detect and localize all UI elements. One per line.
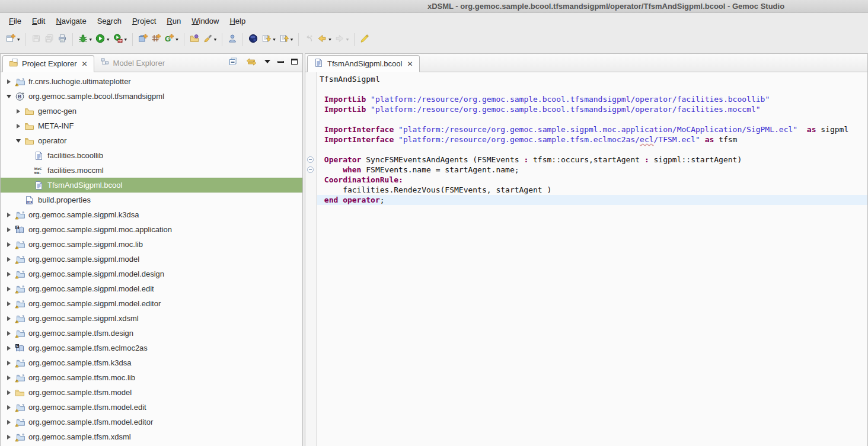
minimize-icon[interactable] (277, 61, 284, 63)
collapse-arrow-icon[interactable] (14, 139, 23, 143)
toolbar-import-outline-button[interactable]: ▾ (260, 32, 277, 47)
menu-navigate[interactable]: Navigate (50, 15, 91, 27)
expand-arrow-icon[interactable] (14, 124, 23, 129)
menu-search[interactable]: Search (92, 15, 127, 27)
tree-item-org-gemoc-sample-tfsm-xdsml[interactable]: org.gemoc.sample.tfsm.xdsml (1, 429, 302, 444)
menu-project[interactable]: Project (127, 15, 161, 27)
expand-arrow-icon[interactable] (4, 346, 14, 351)
code-line-13[interactable]: end operator; (305, 195, 867, 205)
toolbar-print-button[interactable] (56, 32, 69, 47)
toolbar-web-browser-button[interactable] (247, 32, 260, 47)
code-line-10[interactable]: when FSMEvents.name = startAgent.name; (305, 165, 867, 175)
tree-item-org-gemoc-sample-tfsm-moc-lib[interactable]: org.gemoc.sample.tfsm.moc.lib (1, 370, 302, 385)
tree-item-org-gemoc-sample-sigpml-moc-lib[interactable]: org.gemoc.sample.sigpml.moc.lib (1, 237, 302, 252)
tree-item-org-gemoc-sample-sigpml-model[interactable]: org.gemoc.sample.sigpml.model (1, 252, 302, 267)
tree-item-org-gemoc-sample-bcool-tfsmandsigpml[interactable]: Borg.gemoc.sample.bcool.tfsmandsigpml (1, 89, 302, 104)
code-line-8[interactable] (305, 145, 867, 155)
toolbar-new-gemoc-button[interactable]: G▾ (162, 32, 180, 47)
toolbar-coverage-button[interactable]: ▾ (111, 32, 129, 47)
code-line-3[interactable]: ImportLib "platform:/resource/org.gemoc.… (305, 94, 867, 104)
tree-item-org-gemoc-sample-tfsm-k3dsa[interactable]: org.gemoc.sample.tfsm.k3dsa (1, 355, 302, 370)
tree-item-tfsmandsigpml-bcool[interactable]: TfsmAndSigpml.bcool (1, 178, 302, 192)
code-line-12[interactable]: facilities.RendezVous(FSMEvents, startAg… (305, 185, 867, 195)
menu-window[interactable]: Window (186, 15, 224, 27)
tree-item-org-gemoc-sample-sigpml-xdsml[interactable]: org.gemoc.sample.sigpml.xdsml (1, 311, 302, 326)
expand-arrow-icon[interactable] (14, 109, 23, 114)
menu-file[interactable]: File (4, 15, 27, 27)
tree-item-org-gemoc-sample-tfsm-design[interactable]: org.gemoc.sample.tfsm.design (1, 326, 302, 341)
tab-project-explorer[interactable]: Project Explorer ✕ (2, 55, 94, 72)
code-line-11[interactable]: CoordinationRule: (305, 175, 867, 185)
dropdown-arrow-icon[interactable]: ▾ (273, 37, 276, 42)
expand-arrow-icon[interactable] (4, 390, 14, 395)
expand-arrow-icon[interactable] (4, 287, 14, 291)
tree-item-build-properties[interactable]: 010build.properties (1, 192, 302, 207)
expand-arrow-icon[interactable] (4, 272, 14, 277)
fold-collapse-icon[interactable] (307, 156, 314, 163)
toolbar-new-grid-file-button[interactable] (149, 32, 162, 47)
tree-item-org-gemoc-sample-tfsm-model[interactable]: org.gemoc.sample.tfsm.model (1, 385, 302, 400)
toolbar-user-assist-button[interactable] (226, 32, 239, 47)
expand-arrow-icon[interactable] (4, 316, 14, 321)
dropdown-arrow-icon[interactable]: ▾ (17, 37, 20, 42)
tree-item-org-gemoc-sample-sigpml-k3dsa[interactable]: org.gemoc.sample.sigpml.k3dsa (1, 207, 302, 222)
tree-item-operator[interactable]: operator (1, 133, 302, 148)
tree-item-gemoc-gen[interactable]: gemoc-gen (1, 104, 302, 118)
close-icon[interactable]: ✕ (81, 60, 87, 68)
tree-item-facilities-bcoollib[interactable]: facilities.bcoollib (1, 148, 302, 163)
expand-arrow-icon[interactable] (4, 361, 14, 365)
code-line-9[interactable]: Operator SyncFSMEventsAndAgents (FSMEven… (305, 155, 867, 165)
expand-arrow-icon[interactable] (4, 213, 14, 217)
code-line-5[interactable] (305, 114, 867, 124)
tree-item-org-gemoc-sample-sigpml-moc-application[interactable]: Eorg.gemoc.sample.sigpml.moc.application (1, 222, 302, 237)
toolbar-new-wizard-button[interactable]: ▾ (4, 32, 22, 47)
expand-arrow-icon[interactable] (4, 79, 14, 84)
code-line-2[interactable] (305, 84, 867, 94)
tree-item-org-gemoc-sample-sigpml-model-design[interactable]: org.gemoc.sample.sigpml.model.design (1, 267, 302, 281)
dropdown-arrow-icon[interactable]: ▾ (346, 37, 349, 42)
tree-item-org-gemoc-sample-tfsm-model-edit[interactable]: org.gemoc.sample.tfsm.model.edit (1, 400, 302, 415)
expand-arrow-icon[interactable] (4, 257, 14, 262)
link-with-editor-icon[interactable] (245, 57, 257, 66)
tree-item-org-gemoc-sample-sigpml-model-editor[interactable]: org.gemoc.sample.sigpml.model.editor (1, 296, 302, 311)
code-line-6[interactable]: ImportInterface "platform:/resource/org.… (305, 124, 867, 134)
dropdown-arrow-icon[interactable]: ▾ (125, 37, 127, 42)
collapse-all-icon[interactable] (228, 57, 238, 66)
code-line-4[interactable]: ImportLib "platform:/resource/org.gemoc.… (305, 104, 867, 114)
dropdown-arrow-icon[interactable]: ▾ (291, 37, 293, 42)
tree-item-org-gemoc-sample-tfsm-model-editor[interactable]: org.gemoc.sample.tfsm.model.editor (1, 415, 302, 429)
toolbar-run-button[interactable]: ▾ (94, 32, 111, 47)
expand-arrow-icon[interactable] (4, 227, 14, 232)
tree-item-org-gemoc-sample-sigpml-model-edit[interactable]: org.gemoc.sample.sigpml.model.edit (1, 281, 302, 296)
menu-help[interactable]: Help (224, 15, 251, 27)
expand-arrow-icon[interactable] (4, 435, 14, 439)
expand-arrow-icon[interactable] (4, 331, 14, 336)
maximize-icon[interactable] (291, 59, 298, 65)
view-menu-icon[interactable] (264, 60, 270, 63)
expand-arrow-icon[interactable] (4, 420, 14, 425)
tree-item-facilities-moccml[interactable]: McCMLfacilities.moccml (1, 163, 302, 178)
toolbar-back-button[interactable]: ▾ (315, 32, 333, 47)
code-line-7[interactable]: ImportInterface "platform:/resource/org.… (305, 134, 867, 145)
toolbar-new-moccml-file-button[interactable] (136, 32, 149, 47)
fold-collapse-icon[interactable] (307, 166, 314, 173)
code-editor[interactable]: TfsmAndSigpml ImportLib "platform:/resou… (305, 72, 867, 446)
dropdown-arrow-icon[interactable]: ▾ (214, 37, 217, 42)
toolbar-mark-occurrences-button[interactable] (358, 32, 371, 47)
code-line-1[interactable]: TfsmAndSigpml (305, 74, 867, 84)
dropdown-arrow-icon[interactable]: ▾ (107, 37, 110, 42)
toolbar-show-outline-button[interactable]: ▾ (277, 32, 295, 47)
toolbar-external-tools-button[interactable]: ▾ (201, 32, 219, 47)
tree-item-fr-cnrs-luchogie-ultimateplotter[interactable]: fr.cnrs.luchogie.ultimateplotter (1, 74, 302, 89)
tab-editor-tfsmandsigpml[interactable]: TfsmAndSigpml.bcool ✕ (307, 55, 420, 72)
toolbar-open-model-button[interactable] (188, 32, 201, 47)
toolbar-debug-button[interactable]: ▾ (76, 32, 94, 47)
dropdown-arrow-icon[interactable]: ▾ (328, 37, 331, 42)
tree-item-meta-inf[interactable]: META-INF (1, 118, 302, 133)
menu-run[interactable]: Run (161, 15, 186, 27)
tab-model-explorer[interactable]: Model Explorer (94, 54, 171, 72)
expand-arrow-icon[interactable] (4, 405, 14, 410)
close-icon[interactable]: ✕ (407, 60, 413, 68)
menu-edit[interactable]: Edit (27, 15, 50, 27)
expand-arrow-icon[interactable] (4, 301, 14, 306)
